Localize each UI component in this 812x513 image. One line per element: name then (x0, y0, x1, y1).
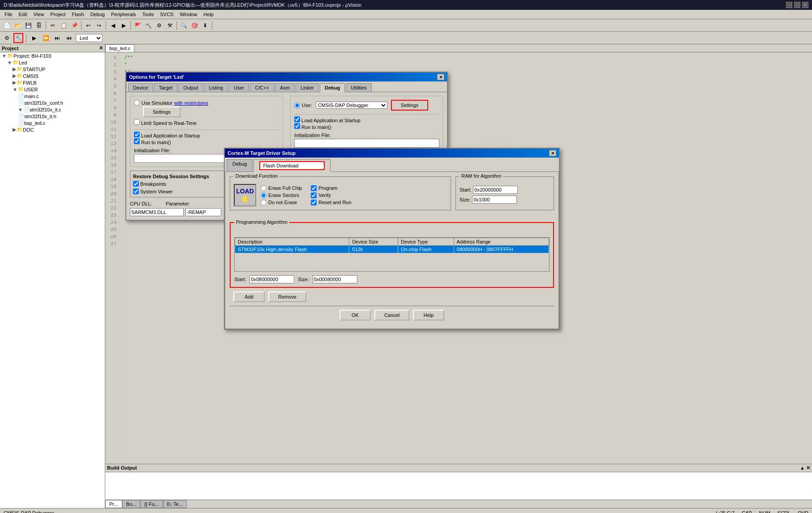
tab-output[interactable]: Output (178, 83, 203, 92)
open-btn[interactable]: 📂 (13, 21, 22, 30)
tree-user[interactable]: ▼ 📁 USER (0, 86, 105, 93)
menu-view[interactable]: View (31, 11, 47, 18)
menu-edit[interactable]: Edit (16, 11, 30, 18)
target-dropdown[interactable]: Led (76, 34, 103, 42)
program-checkbox[interactable] (311, 185, 317, 191)
add-button[interactable]: Add (233, 291, 265, 302)
cortex-tab-debug[interactable]: Debug (227, 159, 253, 171)
use-simulator-radio[interactable] (134, 100, 140, 106)
stepout-btn[interactable]: ⏮ (64, 33, 74, 43)
tree-conf[interactable]: 📄 stm32f10x_conf.h (0, 99, 105, 106)
tree-startup[interactable]: ▶ 📁 STARTUP (0, 66, 105, 73)
limit-speed-checkbox[interactable] (134, 119, 140, 125)
verify-checkbox[interactable] (311, 192, 317, 198)
debug-btn[interactable]: 🔧 (13, 33, 23, 43)
tab-user[interactable]: User (229, 83, 249, 92)
tree-led[interactable]: ▼ 📁 Led (0, 59, 105, 66)
redo-btn[interactable]: ↪ (94, 21, 104, 30)
cpu-dll-input[interactable] (130, 208, 184, 216)
tree-it-c[interactable]: ▼ 📄 stm32f10x_it.c (0, 106, 105, 113)
help-button[interactable]: Help (413, 310, 444, 321)
menu-file[interactable]: File (2, 11, 15, 18)
reset-run-checkbox[interactable] (311, 200, 317, 205)
tree-fwlb[interactable]: ▶ 📁 FWLB (0, 79, 105, 86)
tab-asm[interactable]: Asm (275, 83, 295, 92)
menu-flash[interactable]: Flash (69, 11, 87, 18)
cortex-tab-flash[interactable] (253, 159, 331, 172)
cpu-param-input[interactable] (185, 208, 221, 216)
run-btn[interactable]: ▶ (29, 33, 39, 43)
new-file-btn[interactable]: 📄 (2, 21, 12, 30)
use-debugger-radio[interactable] (294, 103, 300, 108)
menu-tools[interactable]: Tools (140, 11, 157, 18)
left-load-app-checkbox[interactable] (134, 132, 140, 137)
erase-sectors-radio[interactable] (261, 192, 266, 198)
menu-peripherals[interactable]: Peripherals (108, 11, 139, 18)
cortex-dialog-close[interactable]: ✕ (549, 150, 556, 156)
cut-btn[interactable]: ✂ (48, 21, 58, 30)
do-not-erase-radio[interactable] (261, 200, 266, 205)
simulator-settings-btn[interactable]: Settings (143, 107, 180, 117)
left-run-to-main-checkbox[interactable] (134, 138, 140, 144)
sidebar-close-btn[interactable]: ✕ (99, 45, 103, 51)
tree-project[interactable]: ▼ 📁 Project: BH-F103 (0, 52, 105, 59)
tab-cpp[interactable]: C/C++ (250, 83, 274, 92)
step-btn[interactable]: ⏩ (41, 33, 51, 43)
option-btn[interactable]: ⚙ (2, 33, 12, 43)
maximize-button[interactable]: □ (794, 2, 800, 8)
right-init-file-input[interactable] (294, 139, 439, 148)
undo-btn[interactable]: ↩ (83, 21, 93, 30)
build3-btn[interactable]: ⚒ (165, 21, 175, 30)
download-btn[interactable]: ⬇ (200, 21, 210, 30)
minimize-button[interactable]: － (786, 2, 792, 8)
with-restrictions-link[interactable]: with restrictions (174, 100, 208, 106)
menu-help[interactable]: Help (201, 11, 216, 18)
start-input[interactable] (249, 275, 294, 283)
menu-project[interactable]: Project (47, 11, 68, 18)
erase-full-chip-radio[interactable] (261, 185, 266, 191)
ram-start-input[interactable] (473, 186, 518, 194)
bottom-tab-te[interactable]: 0↓ Te... (163, 500, 187, 508)
build-btn[interactable]: 🔨 (143, 21, 153, 30)
tree-cmsis[interactable]: ▶ 📁 CMSIS (0, 73, 105, 79)
right-load-app-checkbox[interactable] (294, 116, 300, 122)
menu-svcs[interactable]: SVCS (157, 11, 176, 18)
save-all-btn[interactable]: 🗄 (34, 21, 44, 30)
ok-button[interactable]: OK (339, 310, 371, 321)
editor-tab-bspled[interactable]: bsp_led.c (105, 44, 134, 52)
tab-target[interactable]: Target (154, 83, 178, 92)
ram-size-input[interactable] (472, 196, 517, 204)
remove-button[interactable]: Remove (268, 291, 306, 302)
size-input[interactable] (313, 275, 357, 283)
close-button[interactable]: ✕ (802, 2, 808, 8)
menu-window[interactable]: Window (177, 11, 200, 18)
menu-debug[interactable]: Debug (88, 11, 107, 18)
debugger-settings-btn[interactable]: Settings (391, 100, 429, 111)
find-btn[interactable]: 🔍 (179, 21, 189, 30)
nav-back-btn[interactable]: ◀ (108, 21, 118, 30)
copy-btn[interactable]: 📋 (59, 21, 69, 30)
bottom-tab-pr[interactable]: Pr... (105, 500, 122, 508)
tab-device[interactable]: Device (128, 83, 153, 92)
cancel-button[interactable]: Cancel (374, 310, 409, 321)
tab-utilities[interactable]: Utilities (346, 83, 371, 92)
tab-linker[interactable]: Linker (296, 83, 319, 92)
right-run-to-main-checkbox[interactable] (294, 123, 300, 129)
bookmark-btn[interactable]: 🚩 (133, 21, 142, 30)
flash-tab-input[interactable] (263, 163, 321, 168)
algo-table-row[interactable]: STM32F10x High-density Flash 512k On-chi… (235, 246, 549, 253)
stepover-btn[interactable]: ⏭ (52, 33, 62, 43)
build2-btn[interactable]: ⚙ (154, 21, 164, 30)
bottom-tab-bo[interactable]: Bo... (122, 500, 141, 508)
bottom-tab-fu[interactable]: {} Fu... (140, 500, 163, 508)
debugger-dropdown[interactable]: CMSIS-DAP Debugger (316, 102, 387, 109)
target-options-btn[interactable]: 🎯 (189, 21, 199, 30)
tree-mainc[interactable]: 📄 main.c (0, 93, 105, 99)
system-checkbox[interactable] (133, 188, 139, 194)
breakpoints-checkbox[interactable] (133, 181, 139, 187)
paste-btn[interactable]: 📌 (69, 21, 79, 30)
options-dialog-close[interactable]: ✕ (437, 74, 444, 80)
save-btn[interactable]: 💾 (23, 21, 33, 30)
tree-it-h[interactable]: 📄 stm32f10x_it.h (0, 113, 105, 120)
tab-listing[interactable]: Listing (204, 83, 228, 92)
